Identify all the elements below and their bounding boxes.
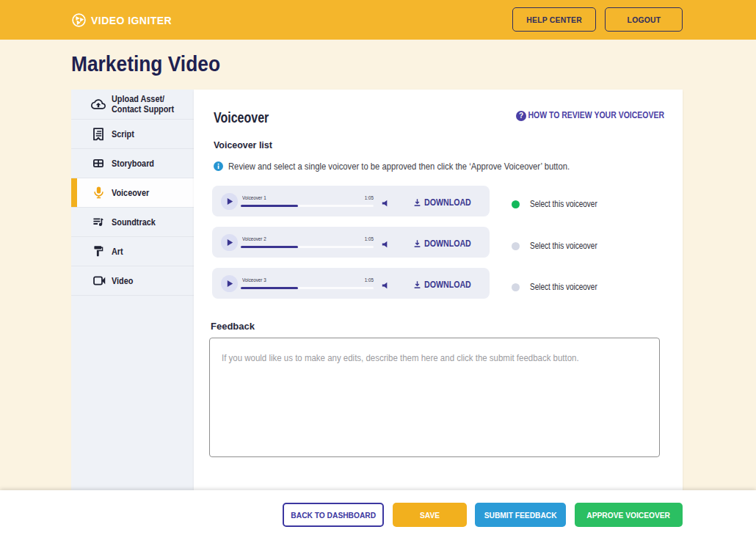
svg-text:?: ? bbox=[519, 112, 523, 120]
